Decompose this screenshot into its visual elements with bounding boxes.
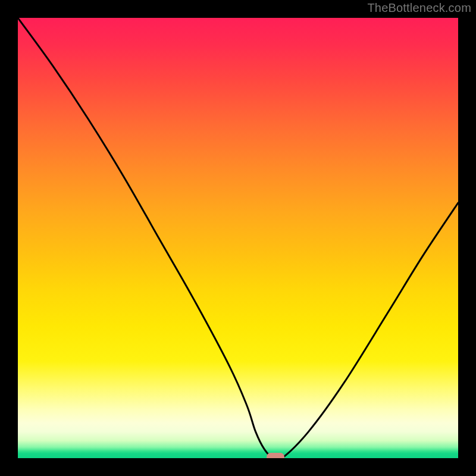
chart-frame: TheBottleneck.com — [0, 0, 476, 476]
gradient-background — [18, 18, 458, 458]
watermark-text: TheBottleneck.com — [367, 1, 471, 15]
plot-area — [18, 18, 458, 458]
optimal-marker — [267, 453, 284, 458]
